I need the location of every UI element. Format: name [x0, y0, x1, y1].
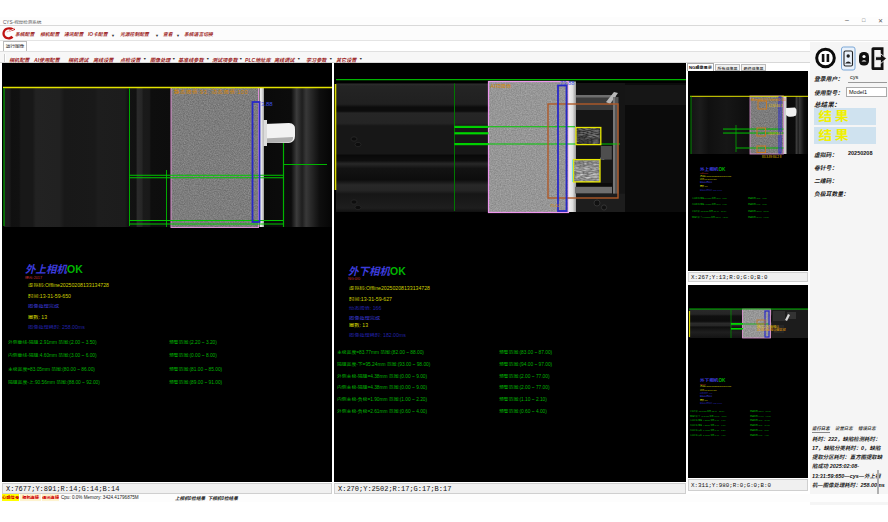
svg-text:73.88: 73.88	[560, 80, 575, 86]
svg-text:静态阈值:93,动态阈值:100: 静态阈值:93,动态阈值:100	[751, 98, 786, 102]
svg-text:AI拉阈值: AI拉阈值	[491, 83, 512, 89]
svg-text:3.88: 3.88	[261, 101, 273, 107]
svg-text:静态阈值:93, 动态阈值:100: 静态阈值:93, 动态阈值:100	[174, 88, 248, 95]
svg-text:83.3-89 84.2 8: 83.3-89 84.2 8	[762, 155, 782, 159]
svg-text:13.07 84.1: 13.07 84.1	[768, 132, 783, 136]
svg-text:12.65 84.3: 12.65 84.3	[769, 104, 784, 108]
svg-text:75.62: 75.62	[550, 203, 561, 208]
svg-text:区域阈值确认值区域: 区域阈值确认值区域	[757, 327, 786, 332]
